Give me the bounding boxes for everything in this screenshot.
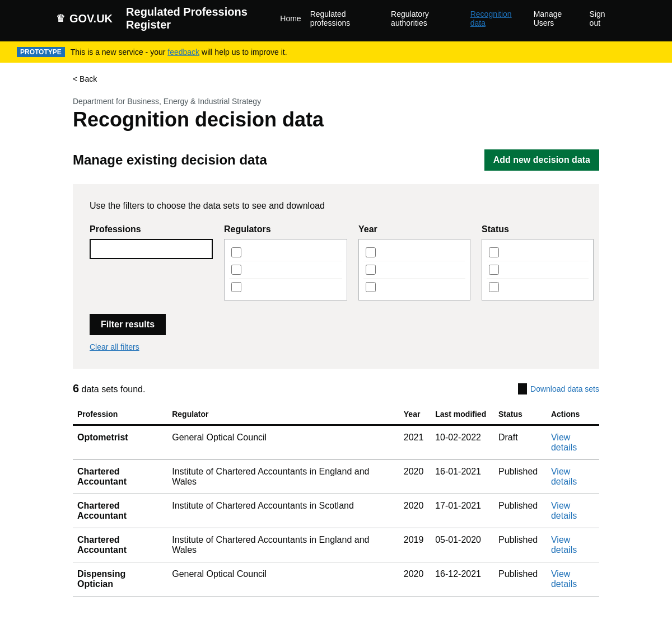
- status-checkbox-item-2: [487, 261, 589, 279]
- filter-button[interactable]: Filter results: [90, 314, 166, 335]
- cell-regulator-4: General Optical Council: [167, 562, 399, 596]
- cell-regulator-1: Institute of Chartered Accountants in En…: [167, 460, 399, 494]
- cell-status-4: Published: [494, 562, 547, 596]
- year-checkbox-2[interactable]: [366, 265, 376, 275]
- year-checkbox-3[interactable]: [366, 282, 376, 292]
- section-title: Manage existing decision data: [73, 152, 267, 168]
- year-checkbox-1[interactable]: [366, 247, 376, 257]
- nav-manage-users[interactable]: Manage Users: [534, 10, 581, 27]
- cell-status-0: Draft: [494, 425, 547, 460]
- year-checkbox-item-1: [363, 244, 465, 261]
- nav-regulated-professions[interactable]: Regulated professions: [310, 10, 382, 27]
- results-number: 6: [73, 382, 79, 394]
- cell-last-modified-2: 17-01-2021: [431, 494, 494, 528]
- prototype-banner: PROTOTYPE This is a new service - your f…: [0, 41, 672, 63]
- organisation-name: Department for Business, Energy & Indust…: [73, 97, 599, 106]
- col-header-profession: Profession: [73, 404, 167, 425]
- regulator-checkbox-3[interactable]: [231, 282, 241, 292]
- col-header-last-modified: Last modified: [431, 404, 494, 425]
- nav-regulatory-authorities[interactable]: Regulatory authorities: [391, 10, 461, 27]
- cell-profession-2: Chartered Accountant: [73, 494, 167, 528]
- professions-filter: Professions: [90, 224, 213, 300]
- nav-recognition-data[interactable]: Recognition data: [470, 10, 525, 27]
- filter-grid: Professions Regulators: [90, 224, 582, 300]
- table-row: Optometrist General Optical Council 2021…: [73, 425, 599, 460]
- download-datasets-link[interactable]: Download data sets: [518, 383, 599, 394]
- year-checkbox-item-2: [363, 261, 465, 279]
- status-checkbox-2[interactable]: [489, 265, 499, 275]
- table-row: Chartered Accountant Institute of Charte…: [73, 494, 599, 528]
- gov-uk-logo[interactable]: ♕ GOV.UK: [56, 12, 113, 25]
- cell-action-1: View details: [547, 460, 599, 494]
- cell-status-1: Published: [494, 460, 547, 494]
- section-header: Manage existing decision data Add new de…: [73, 149, 599, 171]
- prototype-badge: PROTOTYPE: [17, 47, 65, 57]
- regulators-label: Regulators: [224, 224, 347, 234]
- table-body: Optometrist General Optical Council 2021…: [73, 425, 599, 596]
- results-count: 6 data sets found.: [73, 382, 145, 395]
- regulator-checkbox-1[interactable]: [231, 247, 241, 257]
- status-checkbox-item-3: [487, 279, 589, 295]
- view-details-link-0[interactable]: View details: [551, 433, 577, 452]
- view-details-link-3[interactable]: View details: [551, 535, 577, 555]
- view-details-link-1[interactable]: View details: [551, 467, 577, 486]
- cell-action-3: View details: [547, 528, 599, 562]
- cell-last-modified-3: 05-01-2020: [431, 528, 494, 562]
- regulators-checkbox-list: [224, 239, 347, 300]
- nav-sign-out[interactable]: Sign out: [590, 10, 616, 27]
- professions-label: Professions: [90, 224, 213, 234]
- filter-description: Use the filters to choose the data sets …: [90, 201, 582, 211]
- status-filter: Status: [482, 224, 594, 300]
- add-decision-data-button[interactable]: Add new decision data: [484, 149, 599, 171]
- clear-filters-link[interactable]: Clear all filters: [90, 342, 139, 351]
- col-header-actions: Actions: [547, 404, 599, 425]
- regulator-checkbox-2[interactable]: [231, 265, 241, 275]
- cell-year-2: 2020: [399, 494, 431, 528]
- col-header-regulator: Regulator: [167, 404, 399, 425]
- cell-regulator-3: Institute of Chartered Accountants in En…: [167, 528, 399, 562]
- status-checkbox-list: [482, 239, 594, 300]
- cell-profession-4: Dispensing Optician: [73, 562, 167, 596]
- regulator-checkbox-item-3: [229, 279, 342, 295]
- cell-profession-1: Chartered Accountant: [73, 460, 167, 494]
- cell-year-4: 2020: [399, 562, 431, 596]
- table-row: Dispensing Optician General Optical Coun…: [73, 562, 599, 596]
- year-label: Year: [358, 224, 470, 234]
- status-label: Status: [482, 224, 594, 234]
- cell-profession-3: Chartered Accountant: [73, 528, 167, 562]
- cell-last-modified-0: 10-02-2022: [431, 425, 494, 460]
- cell-year-0: 2021: [399, 425, 431, 460]
- status-checkbox-item-1: [487, 244, 589, 261]
- nav-home[interactable]: Home: [280, 14, 301, 23]
- status-checkbox-1[interactable]: [489, 247, 499, 257]
- cell-year-3: 2019: [399, 528, 431, 562]
- feedback-link[interactable]: feedback: [167, 48, 199, 57]
- regulators-filter: Regulators: [224, 224, 347, 300]
- col-header-status: Status: [494, 404, 547, 425]
- cell-last-modified-4: 16-12-2021: [431, 562, 494, 596]
- professions-input[interactable]: [90, 239, 213, 259]
- cell-action-4: View details: [547, 562, 599, 596]
- site-title: Regulated Professions Register: [126, 6, 280, 31]
- regulator-checkbox-item-2: [229, 261, 342, 279]
- logo-text: GOV.UK: [69, 12, 113, 25]
- site-header: ♕ GOV.UK Regulated Professions Register …: [0, 0, 672, 41]
- cell-action-2: View details: [547, 494, 599, 528]
- year-filter: Year: [358, 224, 470, 300]
- main-nav: Home Regulated professions Regulatory au…: [280, 10, 616, 27]
- page-title: Recognition decision data: [73, 108, 599, 131]
- status-checkbox-3[interactable]: [489, 282, 499, 292]
- view-details-link-2[interactable]: View details: [551, 501, 577, 520]
- main-content: < Back Department for Business, Energy &…: [56, 63, 616, 608]
- cell-year-1: 2020: [399, 460, 431, 494]
- year-checkbox-list: [358, 239, 470, 300]
- download-icon: [518, 383, 527, 394]
- crown-icon: ♕: [56, 12, 65, 25]
- cell-last-modified-1: 16-01-2021: [431, 460, 494, 494]
- results-label: data sets found.: [82, 384, 146, 394]
- table-header: Profession Regulator Year Last modified …: [73, 404, 599, 425]
- download-label: Download data sets: [530, 384, 599, 393]
- table-row: Chartered Accountant Institute of Charte…: [73, 460, 599, 494]
- back-link[interactable]: < Back: [73, 74, 97, 83]
- view-details-link-4[interactable]: View details: [551, 569, 577, 589]
